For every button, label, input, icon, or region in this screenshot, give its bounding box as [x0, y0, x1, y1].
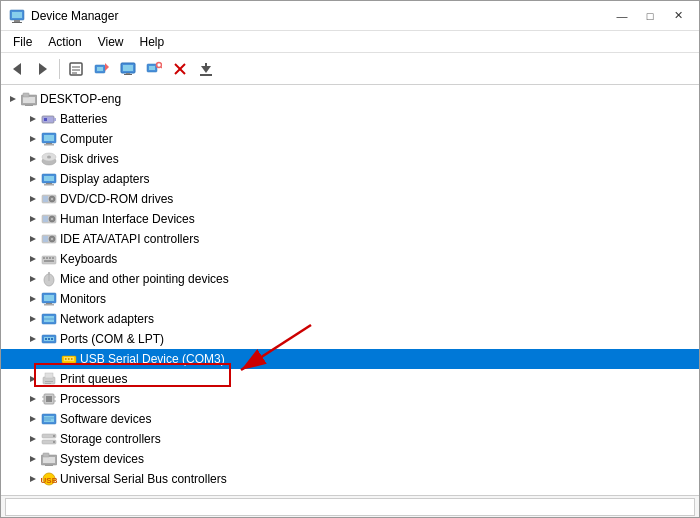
svg-rect-14 [123, 65, 133, 71]
svg-rect-3 [12, 22, 22, 23]
close-button[interactable]: ✕ [665, 6, 691, 26]
svg-rect-48 [44, 184, 54, 186]
back-button[interactable] [5, 57, 29, 81]
tree-view[interactable]: DESKTOP-eng Batteries [1, 85, 699, 495]
tree-item-display[interactable]: Display adapters [1, 169, 699, 189]
svg-marker-80 [30, 316, 36, 322]
svg-rect-77 [44, 295, 54, 301]
tree-item-dvd[interactable]: DVD/CD-ROM drives [1, 189, 699, 209]
network-expand-icon[interactable] [25, 311, 41, 327]
processors-expand-icon[interactable] [25, 391, 41, 407]
system-expand-icon[interactable] [25, 451, 41, 467]
tree-item-network[interactable]: Network adapters [1, 309, 699, 329]
svg-line-20 [161, 67, 162, 68]
computer-label: Computer [60, 132, 113, 146]
update-driver-button[interactable] [90, 57, 114, 81]
tree-item-processors[interactable]: Processors [1, 389, 699, 409]
print-icon [41, 371, 57, 387]
menu-action[interactable]: Action [40, 33, 89, 51]
disk-label: Disk drives [60, 152, 119, 166]
tree-item-system[interactable]: System devices [1, 449, 699, 469]
svg-rect-39 [44, 144, 54, 146]
root-expand-icon[interactable] [5, 91, 21, 107]
tree-item-monitors[interactable]: Monitors [1, 289, 699, 309]
display-expand-icon[interactable] [25, 171, 41, 187]
dvd-expand-icon[interactable] [25, 191, 41, 207]
tree-item-computer[interactable]: Computer [1, 129, 699, 149]
download-button[interactable] [194, 57, 218, 81]
svg-point-63 [51, 238, 53, 240]
tree-item-ide[interactable]: IDE ATA/ATAPI controllers [1, 229, 699, 249]
tree-item-software[interactable]: Software devices [1, 409, 699, 429]
tree-item-usb-ctrl[interactable]: USB Universal Serial Bus controllers [1, 469, 699, 489]
svg-rect-32 [42, 116, 54, 123]
system-label: System devices [60, 452, 144, 466]
svg-marker-49 [30, 196, 36, 202]
svg-marker-84 [30, 336, 36, 342]
svg-rect-69 [52, 257, 54, 259]
batteries-expand-icon[interactable] [25, 111, 41, 127]
monitors-expand-icon[interactable] [25, 291, 41, 307]
svg-rect-87 [45, 338, 47, 340]
svg-marker-64 [30, 256, 36, 262]
processor-icon [41, 391, 57, 407]
ports-icon [41, 331, 57, 347]
ports-expand-icon[interactable] [25, 331, 41, 347]
remove-button[interactable] [168, 57, 192, 81]
scan-button[interactable] [142, 57, 166, 81]
svg-rect-46 [44, 176, 54, 181]
forward-button[interactable] [31, 57, 55, 81]
ide-expand-icon[interactable] [25, 231, 41, 247]
ide-icon [41, 231, 57, 247]
menu-view[interactable]: View [90, 33, 132, 51]
display-button[interactable] [116, 57, 140, 81]
svg-rect-2 [14, 20, 20, 22]
software-expand-icon[interactable] [25, 411, 41, 427]
storage-expand-icon[interactable] [25, 431, 41, 447]
minimize-button[interactable]: — [609, 6, 635, 26]
svg-rect-79 [44, 304, 54, 306]
print-expand-icon[interactable] [25, 371, 41, 387]
disk-expand-icon[interactable] [25, 151, 41, 167]
mice-expand-icon[interactable] [25, 271, 41, 287]
processors-label: Processors [60, 392, 120, 406]
keyboards-expand-icon[interactable] [25, 251, 41, 267]
svg-point-53 [51, 198, 53, 200]
menu-help[interactable]: Help [132, 33, 173, 51]
svg-marker-101 [30, 396, 36, 402]
tree-item-storage[interactable]: Storage controllers [1, 429, 699, 449]
svg-point-58 [51, 218, 53, 220]
svg-point-116 [53, 435, 55, 437]
tree-item-batteries[interactable]: Batteries [1, 109, 699, 129]
svg-point-117 [53, 441, 55, 443]
svg-point-19 [157, 62, 162, 67]
hid-expand-icon[interactable] [25, 211, 41, 227]
tree-item-keyboards[interactable]: Keyboards [1, 249, 699, 269]
tree-root[interactable]: DESKTOP-eng [1, 89, 699, 109]
computer-expand-icon[interactable] [25, 131, 41, 147]
tree-item-usb-serial[interactable]: USB Serial Device (COM3) [1, 349, 699, 369]
svg-rect-33 [54, 118, 56, 121]
tree-item-mice[interactable]: Mice and other pointing devices [1, 269, 699, 289]
tree-item-disk-drives[interactable]: Disk drives [1, 149, 699, 169]
usb-ctrl-expand-icon[interactable] [25, 471, 41, 487]
svg-rect-110 [44, 416, 54, 422]
svg-rect-95 [71, 358, 73, 360]
svg-rect-70 [44, 260, 54, 262]
svg-marker-59 [30, 236, 36, 242]
svg-marker-12 [105, 63, 109, 71]
ide-label: IDE ATA/ATAPI controllers [60, 232, 199, 246]
tree-item-print[interactable]: Print queues [1, 369, 699, 389]
status-text [5, 498, 695, 516]
properties-button[interactable] [64, 57, 88, 81]
keyboard-icon [41, 251, 57, 267]
usb-ctrl-icon: USB [41, 471, 57, 487]
computer-icon [41, 131, 57, 147]
svg-point-43 [47, 156, 51, 159]
network-icon [41, 311, 57, 327]
svg-rect-100 [45, 383, 51, 384]
tree-item-ports[interactable]: Ports (COM & LPT) [1, 329, 699, 349]
tree-item-hid[interactable]: Human Interface Devices [1, 209, 699, 229]
menu-file[interactable]: File [5, 33, 40, 51]
maximize-button[interactable]: □ [637, 6, 663, 26]
